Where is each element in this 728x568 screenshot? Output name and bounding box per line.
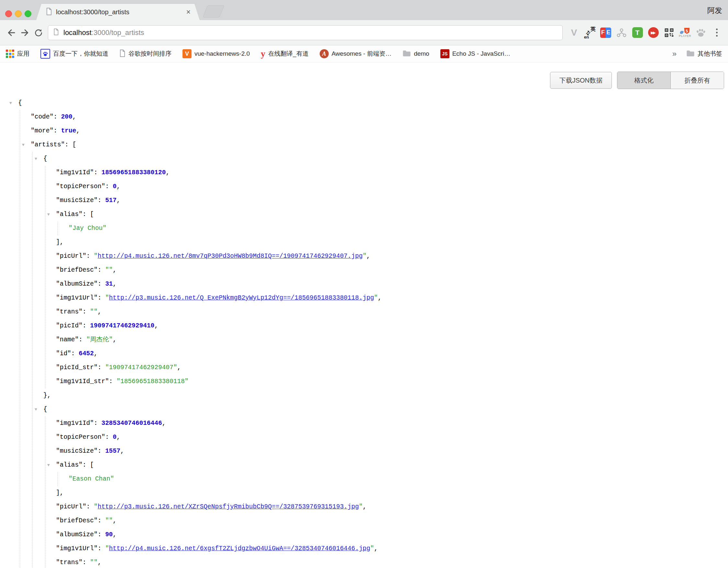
browser-menu-icon[interactable] [710,26,723,40]
address-bar[interactable]: localhost:3000/top_artists [48,25,563,40]
view-mode-group: 格式化 折叠所有 [617,72,724,89]
json-link[interactable]: http://p4.music.126.net/8mv7qP30Pd3oHW8b… [98,252,363,260]
collapse-triangle-icon[interactable]: ▼ [47,207,50,221]
json-line: "picId": 19097417462929410, [56,319,728,333]
json-line: "topicPerson": 0, [56,180,728,194]
browser-tab[interactable]: localhost:3000/top_artists × [36,4,200,20]
page-content: 下载JSON数据 格式化 折叠所有 ▼{"code": 200,"more": … [0,62,728,568]
json-line: "id": 6452, [56,347,728,361]
json-line: "briefDesc": "", [56,514,728,528]
json-line: ▼{ [43,152,728,166]
json-line: "albumSize": 90, [56,528,728,542]
bookmark-baidu[interactable]: 百度一下，你就知道 [40,49,108,59]
json-link[interactable]: http://p3.music.126.net/Q_ExePNkmgB2yWyL… [109,295,374,302]
collapse-triangle-icon[interactable]: ▼ [35,403,37,417]
vue-devtools-extension-icon[interactable]: V [567,26,581,40]
format-button[interactable]: 格式化 [617,72,671,89]
json-line: "Jay Chou" [69,221,728,235]
bookmark-awesomes[interactable]: A Awesomes - 前端资… [320,49,392,58]
qrcode-extension-icon[interactable] [662,26,676,40]
window-controls [5,10,31,17]
minimize-window-button[interactable] [15,10,22,17]
collapse-triangle-icon[interactable]: ▼ [9,96,12,110]
page-favicon-icon [46,8,52,17]
json-line: "name": "周杰伦", [56,333,728,347]
json-line: ▼{ [18,96,728,110]
json-line: "img1v1Url": "http://p3.music.126.net/Q_… [56,291,728,305]
collapse-triangle-icon[interactable]: ▼ [22,138,25,152]
bookmarks-overflow-chevron[interactable]: » [672,49,677,58]
url-text: localhost:3000/top_artists [63,28,144,37]
url-host: localhost [63,28,92,37]
collapse-triangle-icon[interactable]: ▼ [47,458,50,472]
youdao-icon: y [261,49,265,59]
video-speed-extension-icon[interactable]: ▶▶ [646,26,660,40]
json-line: "trans": "", [56,556,728,568]
url-path: :3000/top_artists [92,28,144,37]
fehelper-extension-icon[interactable]: FE [599,26,612,40]
paw-extension-icon[interactable] [694,26,708,40]
json-line: "img1v1Id": 3285340746016446, [56,417,728,430]
json-line: ▼"alias": [ [56,458,728,472]
json-line: "musicSize": 517, [56,194,728,207]
folder-icon [403,50,411,58]
json-link[interactable]: http://p3.music.126.net/XZrSQeNpsfjyRmib… [98,503,359,510]
json-line: "img1v1Id": 18569651883380120, [56,166,728,180]
other-bookmarks-folder[interactable]: 其他书签 [686,50,722,58]
tab-title: localhost:3000/top_artists [56,8,129,16]
json-line: "picUrl": "http://p3.music.126.net/XZrSQ… [56,500,728,514]
json-line: "img1v1Id_str": "18569651883380118" [56,375,728,389]
awesomes-icon: A [320,49,329,58]
bookmarks-bar: 应用 百度一下，你就知道 谷歌按时间排序 V vue-hackernews-2.… [0,45,728,62]
translate-extension-icon[interactable]: ⇄ 英 en [583,26,597,40]
extensions-row: V ⇄ 英 en FE T ▶▶ 5 PLAYER [567,26,723,40]
sitemap-extension-icon[interactable] [615,26,628,40]
fullscreen-window-button[interactable] [25,10,31,17]
tab-strip: localhost:3000/top_artists × 阿发 [0,0,728,20]
tab-close-icon[interactable]: × [186,8,191,16]
json-line: "code": 200, [31,110,728,124]
folder-icon [686,50,695,58]
json-line: ▼"artists": [ [31,138,728,152]
json-line: "albumSize": 31, [56,277,728,291]
back-button[interactable] [5,26,18,39]
echojs-icon: JS [440,49,449,58]
close-window-button[interactable] [5,10,12,17]
doc-icon [119,50,126,58]
page-icon [53,28,59,37]
json-line: ▼{ [43,403,728,417]
bookmark-google-sort[interactable]: 谷歌按时间排序 [119,50,171,58]
bookmark-youdao-translate[interactable]: y 在线翻译_有道 [261,49,309,59]
browser-toolbar: localhost:3000/top_artists V ⇄ 英 en FE T… [0,20,728,45]
vue-icon: V [182,49,192,58]
profile-name: 阿发 [707,6,722,16]
json-line: "topicPerson": 0, [56,430,728,444]
collapse-triangle-icon[interactable]: ▼ [35,152,37,166]
reload-button[interactable] [32,26,45,39]
apps-grid-icon [6,50,14,58]
json-viewer-controls: 下载JSON数据 格式化 折叠所有 [0,62,728,89]
html5-player-extension-icon[interactable]: 5 PLAYER [678,26,692,40]
json-line: "more": true, [31,124,728,138]
download-json-button[interactable]: 下载JSON数据 [550,72,612,89]
json-line: }, [43,389,728,403]
bookmark-echojs[interactable]: JS Echo JS - JavaScri… [440,49,511,58]
json-line: "picUrl": "http://p4.music.126.net/8mv7q… [56,249,728,263]
json-line: "picId_str": "19097417462929407", [56,361,728,375]
collapse-all-button[interactable]: 折叠所有 [671,72,724,89]
bird-icon [680,30,684,34]
forward-button[interactable] [18,26,32,39]
bookmark-vue-hackernews[interactable]: V vue-hackernews-2.0 [182,49,250,58]
bookmark-demo-folder[interactable]: demo [403,50,429,58]
json-line: "img1v1Url": "http://p4.music.126.net/6x… [56,542,728,556]
bookmark-apps[interactable]: 应用 [6,50,29,58]
tampermonkey-extension-icon[interactable]: T [631,26,644,40]
new-tab-button[interactable] [203,5,224,17]
baidu-paw-icon [40,49,50,59]
json-line: "musicSize": 1557, [56,444,728,458]
json-line: ▼"alias": [ [56,207,728,221]
json-tree: ▼{"code": 200,"more": true,▼"artists": [… [0,96,728,568]
json-line: "briefDesc": "", [56,263,728,277]
json-link[interactable]: http://p4.music.126.net/6xgsfT2ZLjdgzbwO… [109,545,370,552]
json-line: ], [56,235,728,249]
